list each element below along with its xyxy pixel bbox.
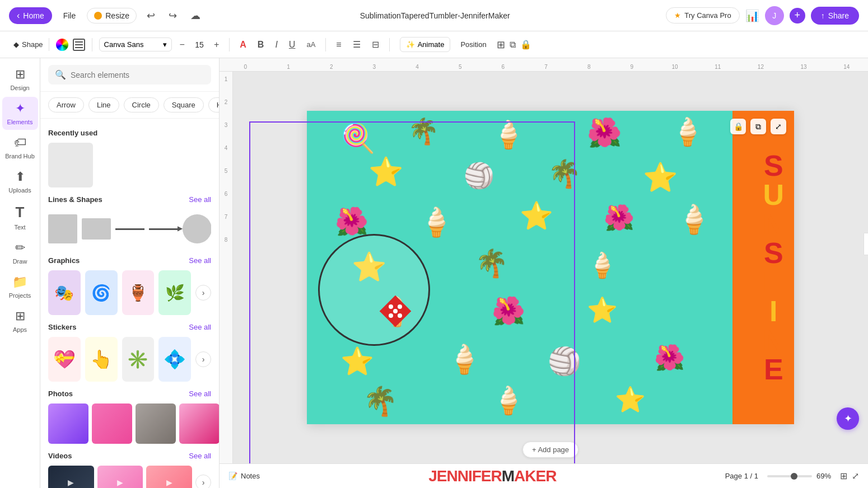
graphic-item-1[interactable]: 🎭 (48, 270, 81, 315)
canvas-icon-star6: ⭐ (340, 346, 374, 377)
shapes-grid: › (48, 209, 211, 248)
font-family-selector[interactable]: Canva Sans ▾ (99, 37, 172, 51)
videos-see-all[interactable]: See all (189, 452, 211, 460)
stickers-see-all[interactable]: See all (189, 323, 211, 331)
animate-button[interactable]: ✨ Animate (400, 37, 451, 52)
sidebar-item-uploads[interactable]: ⬆ Uploads (2, 165, 38, 198)
italic-button[interactable]: I (272, 37, 281, 52)
filter-tag-line[interactable]: Line (88, 97, 119, 112)
lock-icon[interactable]: 🔒 (520, 39, 531, 50)
photo-item-3[interactable] (136, 403, 176, 444)
resize-button[interactable]: Resize (87, 8, 137, 24)
bold-button[interactable]: B (254, 37, 268, 52)
undo-button[interactable]: ↩ (143, 7, 158, 24)
logo-aker-text: AKER (514, 467, 556, 485)
add-collaborator-button[interactable]: + (790, 8, 805, 24)
shape-circle-item[interactable] (183, 209, 211, 248)
notes-button[interactable]: 📝 Notes (228, 472, 260, 480)
ai-assistant-button[interactable]: ✦ (837, 407, 859, 430)
stroke-style-button[interactable] (73, 39, 85, 51)
list-button[interactable]: ☰ (349, 37, 364, 52)
font-size-increase-button[interactable]: + (211, 39, 222, 51)
text-color-button[interactable]: A (236, 37, 250, 52)
grid-icon[interactable]: ⊞ (497, 39, 505, 51)
user-avatar[interactable]: J (765, 6, 784, 25)
logo-m-text: M (502, 467, 514, 485)
sidebar-item-elements[interactable]: ✦ Elements (2, 97, 38, 130)
filter-tag-square[interactable]: Square (164, 97, 204, 112)
graphics-scroll-right[interactable]: › (195, 285, 211, 301)
filter-tag-circle[interactable]: Circle (124, 97, 159, 112)
filter-icon[interactable]: ⧉ (510, 40, 516, 50)
case-button[interactable]: aA (303, 38, 319, 51)
canvas-icon-icecream5: 🍦 (676, 203, 711, 236)
grid-view-button[interactable]: ⊞ (840, 471, 847, 481)
recently-used-item[interactable] (48, 143, 93, 187)
stickers-scroll-right[interactable]: › (195, 351, 211, 367)
shape-line-item[interactable] (115, 209, 144, 248)
filter-tag-heart[interactable]: Heart (208, 97, 219, 112)
filter-tag-arrow[interactable]: Arrow (48, 97, 84, 112)
analytics-icon[interactable]: 📊 (745, 9, 759, 22)
shape-square-item[interactable] (48, 209, 77, 248)
letter-S2: S (764, 238, 783, 268)
redo-button[interactable]: ↪ (165, 7, 180, 24)
photo-item-4[interactable] (179, 403, 219, 444)
photo-item-1[interactable] (48, 403, 88, 444)
shape-arrow-item[interactable] (149, 209, 178, 248)
lock-corner-icon[interactable]: 🔒 (730, 119, 746, 134)
graphics-see-all[interactable]: See all (189, 256, 211, 265)
sticker-item-1[interactable]: 💝 (48, 337, 81, 382)
sidebar-item-text-label: Text (14, 224, 25, 231)
sticker-item-2[interactable]: 👆 (85, 337, 118, 382)
lines-shapes-see-all[interactable]: See all (189, 195, 211, 204)
graphic-item-2[interactable]: 🌀 (85, 270, 118, 315)
photos-see-all[interactable]: See all (189, 390, 211, 398)
file-button[interactable]: File (59, 9, 81, 22)
home-label: Home (23, 11, 44, 20)
selected-circle-element[interactable] (318, 234, 430, 346)
zoom-thumb[interactable] (791, 473, 797, 480)
star-icon: ★ (674, 11, 681, 20)
copy-corner-icon[interactable]: ⧉ (750, 119, 766, 134)
shape-tool[interactable]: ◆ Shape (8, 38, 49, 51)
graphic-item-3[interactable]: 🏺 (122, 270, 155, 315)
try-pro-button[interactable]: ★ Try Canva Pro (666, 7, 739, 24)
search-input[interactable] (71, 71, 204, 79)
canvas-inner[interactable]: S U N S H I N E 🔒 ⧉ (233, 72, 868, 463)
shape-rect-item[interactable] (82, 209, 111, 248)
zoom-bar[interactable] (767, 475, 812, 477)
underline-button[interactable]: U (286, 37, 299, 52)
fullscreen-button[interactable]: ⤢ (852, 471, 859, 481)
canvas-page[interactable]: S U N S H I N E 🔒 ⧉ (307, 111, 794, 424)
color-picker-button[interactable] (56, 39, 68, 51)
canvas-icon-flower1: 🌺 (587, 116, 622, 149)
graphic-item-4[interactable]: 🌿 (158, 270, 191, 315)
video-item-2[interactable] (97, 466, 143, 488)
canvas-icon-star2: ⭐ (643, 161, 678, 194)
sidebar-item-projects[interactable]: 📁 Projects (2, 270, 38, 303)
cloud-save-button[interactable]: ☁ (187, 7, 204, 24)
divider2 (229, 38, 230, 51)
photo-item-2[interactable] (92, 403, 132, 444)
video-item-1[interactable] (48, 466, 94, 488)
sidebar-item-brand-hub[interactable]: 🏷 Brand Hub (2, 131, 38, 164)
indent-button[interactable]: ⊟ (368, 37, 382, 52)
video-item-3[interactable] (146, 466, 192, 488)
font-size-decrease-button[interactable]: − (176, 39, 188, 51)
ruler-num: 1 (267, 64, 310, 70)
expand-corner-icon[interactable]: ⤢ (771, 119, 786, 134)
home-button[interactable]: ‹ Home (9, 7, 52, 24)
sidebar-item-text[interactable]: T Text (2, 199, 38, 235)
align-left-button[interactable]: ≡ (333, 37, 344, 52)
videos-scroll-right[interactable]: › (195, 475, 211, 488)
sidebar-item-apps[interactable]: ⊞ Apps (2, 304, 38, 337)
sidebar-item-design[interactable]: ⊞ Design (2, 63, 38, 96)
sticker-item-3[interactable]: ✳️ (122, 337, 155, 382)
position-button[interactable]: Position (455, 38, 492, 51)
share-button[interactable]: ↑ Share (811, 7, 859, 25)
sidebar-item-draw[interactable]: ✏ Draw (2, 236, 38, 269)
red-diamond-element[interactable] (380, 295, 411, 327)
sticker-item-4[interactable]: 💠 (158, 337, 191, 382)
add-page-button[interactable]: + Add page (522, 442, 578, 458)
